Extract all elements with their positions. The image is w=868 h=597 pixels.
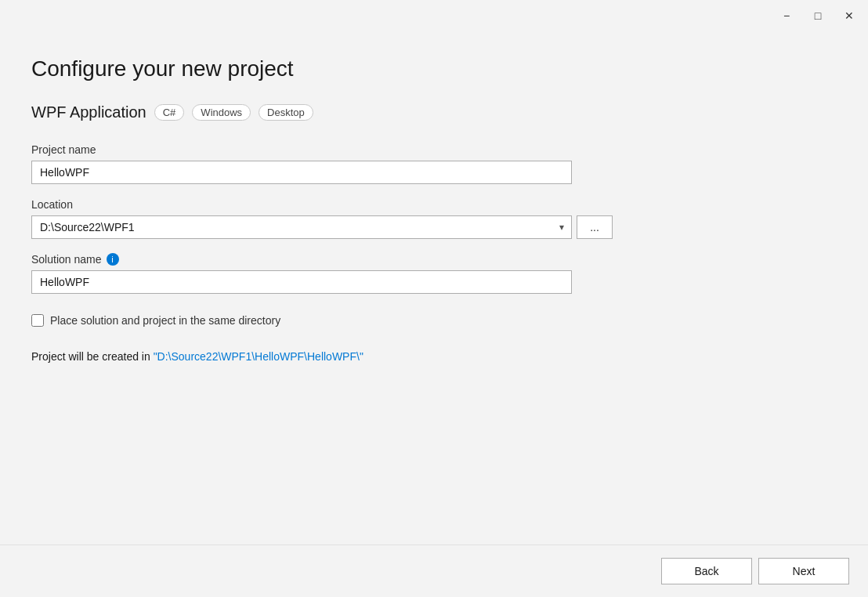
location-group: Location D:\Source22\WPF1 ▾ ...: [31, 198, 837, 239]
location-select[interactable]: D:\Source22\WPF1: [31, 215, 572, 239]
badge-desktop: Desktop: [259, 104, 313, 121]
same-directory-label[interactable]: Place solution and project in the same d…: [50, 314, 280, 327]
title-bar: − □ ✕: [0, 0, 868, 31]
project-type-row: WPF Application C# Windows Desktop: [31, 103, 837, 121]
close-button[interactable]: ✕: [840, 6, 859, 25]
project-path-label: Project will be created in: [31, 350, 154, 363]
footer: Back Next: [0, 545, 868, 597]
main-content: Configure your new project WPF Applicati…: [0, 31, 868, 545]
project-path-info: Project will be created in "D:\Source22\…: [31, 350, 837, 363]
solution-name-input[interactable]: [31, 270, 572, 294]
project-name-input[interactable]: [31, 161, 572, 184]
badge-csharp: C#: [154, 104, 185, 121]
info-icon[interactable]: i: [107, 253, 119, 266]
project-type-name: WPF Application: [31, 103, 146, 121]
location-select-wrapper: D:\Source22\WPF1 ▾: [31, 215, 572, 239]
location-row: D:\Source22\WPF1 ▾ ...: [31, 215, 837, 239]
page-title: Configure your new project: [31, 56, 837, 81]
project-name-label: Project name: [31, 143, 837, 156]
project-path-value: "D:\Source22\WPF1\HelloWPF\HelloWPF\": [154, 350, 363, 363]
solution-name-label: Solution name: [31, 253, 102, 266]
location-label: Location: [31, 198, 837, 211]
same-directory-row: Place solution and project in the same d…: [31, 314, 837, 327]
minimize-button[interactable]: −: [777, 6, 796, 25]
next-button[interactable]: Next: [758, 558, 849, 584]
project-name-group: Project name: [31, 143, 837, 184]
solution-name-label-row: Solution name i: [31, 253, 837, 266]
browse-button[interactable]: ...: [577, 215, 613, 239]
badge-windows: Windows: [192, 104, 251, 121]
back-button[interactable]: Back: [661, 558, 752, 584]
maximize-button[interactable]: □: [808, 6, 827, 25]
same-directory-checkbox[interactable]: [31, 314, 44, 327]
solution-name-group: Solution name i: [31, 253, 837, 294]
